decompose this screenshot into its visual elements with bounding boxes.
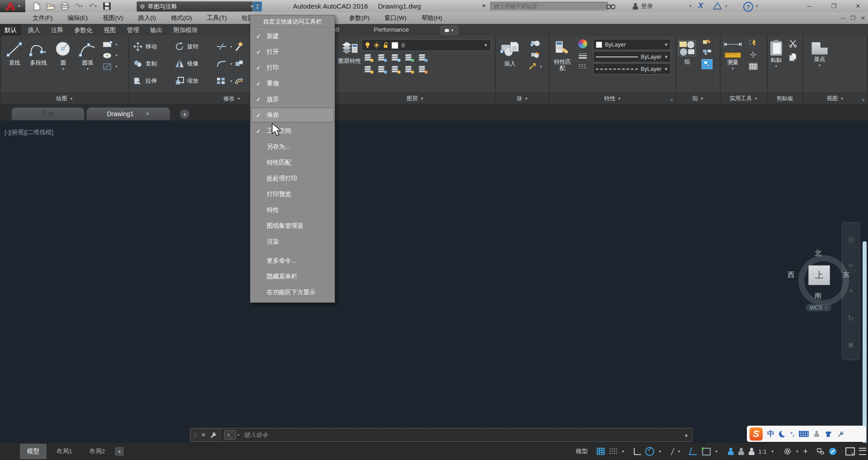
- ribbon-tab-annotate[interactable]: 注释: [47, 24, 68, 37]
- application-menu-button[interactable]: ▼: [0, 0, 25, 12]
- help-search-input[interactable]: 键入关键字或短语: [490, 2, 608, 10]
- qat-menu-item-render[interactable]: ✓渲染: [250, 234, 335, 249]
- rectangle-tool-button[interactable]: ▼: [102, 41, 118, 48]
- layout-tab-layout2[interactable]: 布局2: [82, 444, 113, 459]
- menu-file[interactable]: 文件(F): [33, 14, 52, 22]
- menu-parametric[interactable]: 参数(P): [349, 14, 370, 22]
- layer-unlock-button[interactable]: [404, 66, 413, 73]
- lineweight-select[interactable]: ByLayer ▼: [593, 51, 671, 62]
- qat-menu-item-sheetset[interactable]: ✓图纸集管理器: [250, 218, 335, 234]
- measure-button[interactable]: 测量 ▼: [723, 37, 742, 70]
- ribbon-tab-home[interactable]: 默认: [0, 24, 21, 37]
- panel-label-groups[interactable]: 组 ▼: [676, 93, 720, 104]
- qat-menu-item-plot[interactable]: ✓打印: [250, 60, 335, 75]
- chevron-down-icon[interactable]: ▼: [725, 5, 728, 8]
- menu-edit[interactable]: 编辑(E): [67, 14, 88, 22]
- qat-menu-item-new[interactable]: ✓新建: [250, 28, 335, 44]
- customize-wrench-icon[interactable]: [210, 432, 217, 438]
- layer-unisolate-button[interactable]: [377, 66, 386, 73]
- clean-screen-toggle[interactable]: [845, 447, 855, 455]
- trim-tool-button[interactable]: ▼: [216, 42, 234, 51]
- match-properties-button[interactable]: 特性匹配: [552, 37, 573, 71]
- polyline-tool-button[interactable]: 多段线: [28, 37, 49, 70]
- viewcube-west[interactable]: 西: [788, 271, 794, 279]
- stretch-tool-button[interactable]: 拉伸: [133, 76, 175, 85]
- copy-tool-button[interactable]: 复制: [133, 59, 175, 68]
- minimize-button[interactable]: ─: [803, 0, 816, 12]
- doc-minimize-button[interactable]: ─: [841, 15, 845, 21]
- new-drawing-button[interactable]: +: [180, 109, 189, 119]
- annotation-scale-icon[interactable]: [748, 448, 755, 455]
- open-file-button[interactable]: [46, 2, 56, 11]
- ribbon-tab-view[interactable]: 视图: [99, 24, 120, 37]
- hatch-tool-button[interactable]: ▼: [102, 63, 118, 70]
- annotation-visibility-toggle[interactable]: [727, 448, 734, 455]
- menu-tools[interactable]: 工具(T): [207, 14, 227, 22]
- object-color-select[interactable]: ByLayer ▼: [593, 39, 671, 50]
- ime-fullwidth-icon[interactable]: [779, 431, 786, 437]
- command-prompt-icon[interactable]: >_: [224, 430, 236, 440]
- array-tool-button[interactable]: ▼: [216, 77, 234, 85]
- ime-language-toggle[interactable]: 中: [767, 429, 774, 439]
- orbit-icon[interactable]: ↻: [848, 314, 854, 323]
- chevron-down-icon[interactable]: ▼: [658, 450, 662, 454]
- edit-block-icon[interactable]: [530, 51, 540, 59]
- isometric-drafting-toggle[interactable]: [664, 448, 675, 455]
- ribbon-tab-addins[interactable]: 附加模块: [169, 24, 203, 37]
- qat-menu-item-morecommands[interactable]: ✓更多命令...: [250, 253, 335, 268]
- pan-hand-icon[interactable]: ✣: [849, 262, 854, 269]
- grid-toggle[interactable]: [597, 448, 605, 455]
- chevron-down-icon[interactable]: ▼: [771, 450, 774, 454]
- redo-button[interactable]: ↷ ▾: [74, 2, 84, 11]
- ortho-toggle[interactable]: [634, 448, 641, 455]
- customization-menu-button[interactable]: [859, 448, 866, 455]
- group-button[interactable]: 组: [678, 37, 696, 65]
- qat-menu-item-save[interactable]: ✓保存: [250, 107, 335, 123]
- panel-expand-icon[interactable]: ↘: [861, 97, 865, 102]
- layer-merge-button[interactable]: [418, 66, 427, 73]
- quick-calc-icon[interactable]: [749, 63, 758, 70]
- zoom-extents-icon[interactable]: ⌖: [849, 286, 853, 296]
- move-tool-button[interactable]: 移动: [133, 42, 175, 52]
- qat-menu-item-matchprop[interactable]: ✓特性匹配: [250, 155, 335, 170]
- chevron-down-icon[interactable]: ▼: [715, 450, 718, 454]
- model-space-toggle[interactable]: 模型: [576, 447, 588, 455]
- arc-tool-button[interactable]: 圆弧 ▼: [78, 37, 98, 70]
- qat-menu-item-hidemenubar[interactable]: ✓隐藏菜单栏: [250, 268, 335, 284]
- annotation-autoscale-toggle[interactable]: [738, 448, 744, 455]
- ellipse-tool-button[interactable]: ▼: [102, 52, 118, 59]
- isolate-objects-toggle[interactable]: [829, 448, 836, 455]
- copy-pages-icon[interactable]: [788, 53, 797, 62]
- fillet-tool-button[interactable]: ▼: [216, 60, 234, 68]
- layer-lock-button[interactable]: [404, 54, 413, 61]
- qat-menu-item-showbelowribbon[interactable]: ✓在功能区下方显示: [250, 284, 335, 300]
- workspace-switcher[interactable]: ⚙ 草图与注释 ▼: [137, 1, 257, 12]
- linetype-icon[interactable]: [578, 64, 588, 69]
- chevron-down-icon[interactable]: ▼: [689, 5, 692, 8]
- viewport-controls[interactable]: [-][俯视][二维线框]: [5, 128, 53, 136]
- layer-thaw-button[interactable]: [391, 66, 400, 73]
- panel-label-properties[interactable]: 特性 ▼ ↘: [550, 93, 675, 104]
- paste-button[interactable]: 粘贴 ▼: [770, 38, 782, 68]
- save-button[interactable]: [102, 2, 112, 11]
- qat-menu-item-undo[interactable]: ✓放弃: [250, 91, 335, 107]
- circle-tool-button[interactable]: 圆 ▼: [53, 37, 73, 70]
- showmotion-icon[interactable]: ▣: [848, 341, 854, 348]
- panel-label-draw[interactable]: 绘图 ▼: [1, 93, 128, 104]
- layer-properties-button[interactable]: 图层特性: [337, 37, 362, 64]
- ime-skin-icon[interactable]: [824, 430, 833, 437]
- snap-mode-toggle[interactable]: [609, 448, 617, 455]
- group-edit-icon[interactable]: [702, 49, 712, 56]
- panel-label-clipboard[interactable]: 剪贴板: [768, 93, 802, 104]
- explode-tool-button[interactable]: [234, 59, 252, 68]
- quick-select-icon[interactable]: [749, 38, 758, 47]
- qat-menu-item-saveas[interactable]: ✓另存为...: [250, 139, 335, 155]
- search-button[interactable]: [606, 2, 616, 11]
- ungroup-icon[interactable]: [702, 38, 712, 46]
- panel-expand-icon[interactable]: ↘: [670, 97, 673, 102]
- sogou-logo-icon[interactable]: S: [750, 427, 763, 441]
- menu-view[interactable]: 视图(V): [103, 14, 123, 22]
- search-collapse-arrow-icon[interactable]: ▶: [483, 3, 486, 8]
- qat-menu-item-redo[interactable]: ✓重做: [250, 75, 335, 91]
- doc-close-button[interactable]: ✕: [861, 15, 865, 21]
